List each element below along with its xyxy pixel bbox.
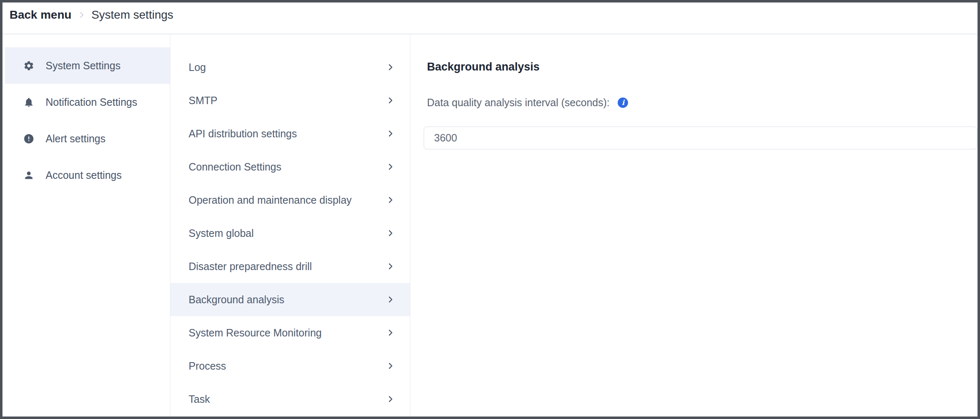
breadcrumb-separator-icon [77, 10, 86, 19]
chevron-right-icon [386, 262, 395, 271]
sidebar-item-account-settings[interactable]: Account settings [5, 157, 170, 193]
menu-item-operation-maintenance-display[interactable]: Operation and maintenance display [170, 183, 410, 217]
chevron-right-icon [386, 229, 395, 238]
settings-section-menu: Log SMTP API distribution settings Conne… [170, 34, 410, 417]
sidebar-item-label: Notification Settings [46, 96, 137, 108]
menu-item-label: System global [189, 227, 254, 239]
info-icon[interactable]: i [618, 97, 628, 108]
chevron-right-icon [386, 328, 395, 337]
breadcrumb-back-link[interactable]: Back menu [10, 9, 71, 21]
chevron-right-icon [386, 195, 395, 205]
gear-icon [23, 60, 34, 71]
settings-window: Back menu System settings System Setting… [0, 0, 980, 419]
sidebar-item-label: Alert settings [46, 133, 106, 145]
sidebar-item-notification-settings[interactable]: Notification Settings [5, 84, 170, 120]
menu-item-label: Process [189, 360, 226, 372]
menu-item-label: System Resource Monitoring [189, 327, 322, 339]
chevron-right-icon [386, 129, 395, 138]
sidebar-nav: System Settings Notification Settings Al… [2, 34, 170, 417]
main-area: System Settings Notification Settings Al… [2, 34, 978, 417]
menu-item-task[interactable]: Task [170, 382, 410, 416]
menu-item-background-analysis[interactable]: Background analysis [170, 283, 410, 316]
menu-item-label: API distribution settings [189, 128, 297, 140]
menu-item-system-resource-monitoring[interactable]: System Resource Monitoring [170, 316, 410, 349]
alert-circle-icon [23, 133, 34, 144]
sidebar-item-label: Account settings [46, 169, 121, 181]
menu-item-label: SMTP [189, 95, 217, 107]
sidebar-item-label: System Settings [46, 60, 121, 72]
field-label-row: Data quality analysis interval (seconds)… [427, 96, 978, 109]
chevron-right-icon [386, 63, 395, 72]
menu-item-connection-settings[interactable]: Connection Settings [170, 150, 410, 183]
bell-icon [23, 97, 34, 108]
menu-item-label: Connection Settings [189, 161, 281, 173]
menu-item-smtp[interactable]: SMTP [170, 84, 410, 117]
field-label: Data quality analysis interval (seconds)… [427, 96, 609, 109]
chevron-right-icon [386, 162, 395, 171]
menu-item-process[interactable]: Process [170, 349, 410, 382]
interval-seconds-input[interactable] [424, 127, 977, 149]
sidebar-item-system-settings[interactable]: System Settings [5, 47, 170, 84]
menu-item-log[interactable]: Log [170, 51, 410, 84]
menu-item-label: Operation and maintenance display [189, 194, 352, 206]
menu-item-label: Background analysis [189, 294, 284, 306]
chevron-right-icon [386, 395, 395, 404]
breadcrumb: Back menu System settings [10, 9, 173, 21]
menu-item-system-global[interactable]: System global [170, 217, 410, 250]
menu-item-label: Log [189, 61, 206, 73]
page-title: Background analysis [427, 60, 978, 74]
menu-item-label: Task [189, 393, 210, 405]
menu-item-label: Disaster preparedness drill [189, 261, 312, 273]
content-panel: Background analysis Data quality analysi… [410, 34, 978, 417]
breadcrumb-current: System settings [91, 9, 173, 21]
chevron-right-icon [386, 96, 395, 105]
user-icon [23, 170, 34, 181]
chevron-right-icon [386, 361, 395, 370]
menu-item-api-distribution-settings[interactable]: API distribution settings [170, 117, 410, 150]
chevron-right-icon [386, 295, 395, 304]
header-bar: Back menu System settings [2, 2, 978, 34]
menu-item-disaster-preparedness-drill[interactable]: Disaster preparedness drill [170, 250, 410, 283]
sidebar-item-alert-settings[interactable]: Alert settings [5, 120, 170, 157]
